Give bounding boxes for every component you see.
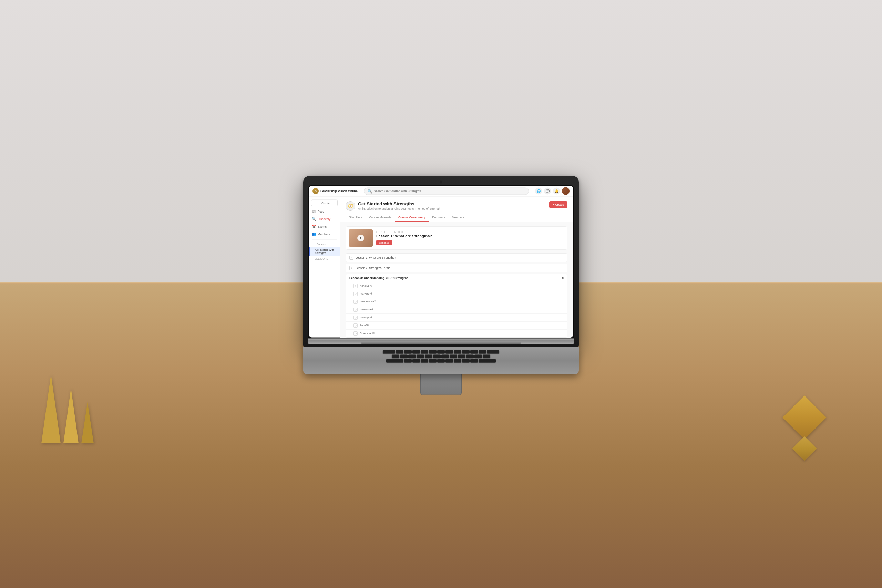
- course-create-button[interactable]: + Create: [549, 201, 567, 208]
- key: [421, 350, 428, 353]
- key: [412, 359, 420, 362]
- key: [404, 350, 412, 353]
- lesson-3-collapse-icon[interactable]: ×: [562, 276, 564, 279]
- lesson-2-collapsed[interactable]: ▷ Lesson 2: Strengths Terms: [346, 263, 567, 272]
- sidebar-item-feed[interactable]: 📰 Feed: [309, 207, 340, 215]
- sidebar-course-active[interactable]: Get Started with Strengths: [309, 247, 340, 256]
- keyboard-row-2: [310, 354, 572, 358]
- laptop-outer: ⊙ Leadership Vision Online 🔍 🌐 💬 🔔: [303, 176, 579, 346]
- strength-belief-icon: ▷: [354, 323, 358, 327]
- course-title-row: 🧭 Get Started with Strengths An introduc…: [346, 201, 567, 210]
- app-body: + Create 📰 Feed 🔍 Discovery 📅: [309, 197, 573, 337]
- tab-members[interactable]: Members: [448, 213, 468, 222]
- keyboard-rows: [310, 350, 572, 362]
- globe-icon-btn[interactable]: 🌐: [535, 188, 542, 195]
- strength-analytical-label: Analytical®: [360, 308, 374, 311]
- strength-analytical[interactable]: ▷ Analytical®: [346, 305, 567, 313]
- events-icon: 📅: [312, 224, 316, 228]
- strength-activator-label: Activator®: [360, 292, 372, 295]
- key: [429, 350, 436, 353]
- key: [383, 350, 395, 353]
- notification-icon-btn[interactable]: 🔔: [553, 188, 560, 195]
- gold-triangle-3: [81, 402, 94, 443]
- strength-activator-icon: ▷: [354, 291, 358, 296]
- key: [470, 350, 478, 353]
- sidebar-item-events[interactable]: 📅 Events: [309, 222, 340, 230]
- key: [458, 354, 465, 358]
- strength-belief[interactable]: ▷ Belief®: [346, 321, 567, 329]
- course-title: Get Started with Strengths: [358, 201, 441, 206]
- app-screen: ⊙ Leadership Vision Online 🔍 🌐 💬 🔔: [309, 186, 573, 337]
- key: [404, 359, 412, 362]
- sidebar-divider: [312, 239, 337, 239]
- key: [437, 359, 445, 362]
- sidebar-feed-label: Feed: [318, 209, 324, 213]
- user-avatar[interactable]: [562, 188, 570, 195]
- lesson-2-icon: ▷: [350, 266, 354, 270]
- play-button[interactable]: ▶: [357, 234, 364, 241]
- strength-arranger-icon: ▷: [354, 315, 358, 320]
- lesson-video-thumbnail[interactable]: ▶: [349, 229, 373, 246]
- strength-activator[interactable]: ▷ Activator®: [346, 290, 567, 297]
- gold-triangle-1: [41, 374, 61, 443]
- gold-geo-large: [782, 396, 826, 439]
- lesson-3-content: ▷ Achiever® ▷ Activator® ▷: [346, 281, 567, 337]
- laptop-keyboard: [303, 346, 579, 374]
- lesson-1-collapsed[interactable]: ▷ Lesson 1: What are Strengths?: [346, 253, 567, 262]
- logo-text: Leadership Vision Online: [320, 189, 358, 193]
- key: [483, 354, 490, 358]
- search-bar[interactable]: 🔍: [364, 188, 529, 195]
- strength-achiever-icon: ▷: [354, 284, 358, 288]
- key: [408, 354, 416, 358]
- sidebar-see-more[interactable]: SEE MORE: [309, 256, 340, 261]
- strength-command[interactable]: ▷ Command®: [346, 329, 567, 337]
- strength-adaptability[interactable]: ▷ Adaptability®: [346, 297, 567, 305]
- tab-discovery[interactable]: Discovery: [429, 213, 448, 222]
- key: [437, 350, 445, 353]
- tab-course-community[interactable]: Course Community: [395, 213, 429, 222]
- sidebar-item-members[interactable]: 👥 Members: [309, 230, 340, 238]
- lesson-1-icon: ▷: [350, 255, 354, 260]
- sidebar-item-discovery[interactable]: 🔍 Discovery: [309, 215, 340, 222]
- strength-achiever[interactable]: ▷ Achiever®: [346, 281, 567, 290]
- strength-command-icon: ▷: [354, 331, 358, 335]
- strength-arranger-label: Arranger®: [360, 316, 372, 319]
- nav-logo: ⊙ Leadership Vision Online: [312, 188, 358, 194]
- key: [433, 354, 441, 358]
- continue-button[interactable]: Continue: [376, 240, 392, 245]
- courses-header-label: − Courses: [314, 242, 326, 245]
- strength-analytical-icon: ▷: [354, 307, 358, 311]
- key: [441, 354, 449, 358]
- key: [462, 350, 470, 353]
- gold-geo-small: [792, 436, 817, 461]
- course-title-left: 🧭 Get Started with Strengths An introduc…: [346, 201, 441, 210]
- chat-icon-btn[interactable]: 💬: [544, 188, 551, 195]
- lesson-3-expanded: Lesson 3: Understanding YOUR Strengths ×…: [346, 273, 567, 337]
- search-icon: 🔍: [368, 189, 372, 193]
- key: [478, 350, 486, 353]
- key: [392, 354, 399, 358]
- lesson-3-title: Lesson 3: Understanding YOUR Strengths: [350, 276, 408, 279]
- strength-command-label: Command®: [360, 332, 375, 335]
- sidebar-create-button[interactable]: + Create: [311, 200, 338, 206]
- strength-achiever-label: Achiever®: [360, 284, 372, 287]
- strength-arranger[interactable]: ▷ Arranger®: [346, 313, 567, 321]
- members-icon: 👥: [312, 232, 316, 236]
- search-input[interactable]: [374, 189, 525, 193]
- key: [474, 354, 482, 358]
- lesson-2-title: Lesson 2: Strengths Terms: [356, 266, 390, 269]
- tab-course-materials[interactable]: Course Materials: [366, 213, 395, 222]
- course-title-text: Get Started with Strengths An introducti…: [358, 201, 441, 210]
- laptop-base: [308, 338, 574, 344]
- tab-start-here[interactable]: Start Here: [346, 213, 366, 222]
- laptop-bezel: ⊙ Leadership Vision Online 🔍 🌐 💬 🔔: [308, 184, 574, 338]
- trackpad[interactable]: [420, 370, 462, 395]
- lesson-3-header[interactable]: Lesson 3: Understanding YOUR Strengths ×: [346, 274, 567, 281]
- key: [450, 354, 457, 358]
- key: [412, 350, 420, 353]
- gold-triangle-2: [63, 388, 78, 443]
- lesson-1-title: Lesson 1: What are Strengths?: [356, 256, 396, 259]
- discovery-icon: 🔍: [312, 217, 316, 221]
- nav-icons: 🌐 💬 🔔: [535, 188, 570, 195]
- course-header: 🧭 Get Started with Strengths An introduc…: [340, 197, 573, 222]
